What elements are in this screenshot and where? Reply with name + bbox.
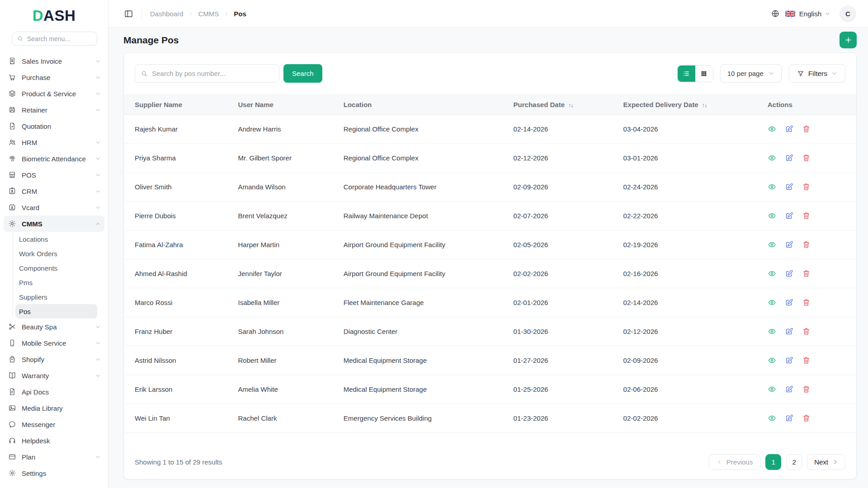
sidebar-subitem-pos[interactable]: Pos [15, 304, 97, 319]
per-page-select[interactable]: 10 per page [720, 64, 782, 83]
grid-view-button[interactable] [695, 66, 713, 82]
edit-button[interactable] [785, 240, 793, 249]
add-pos-button[interactable] [840, 32, 857, 48]
sidebar-item-product-service[interactable]: Product & Service [0, 85, 108, 102]
sidebar-item-messenger[interactable]: Messenger [0, 416, 108, 432]
chevron-down-icon[interactable] [825, 11, 830, 17]
cell-expected-delivery-date: 02-09-2026 [616, 346, 760, 375]
sidebar-menu: Sales InvoicePurchaseProduct & ServiceRe… [0, 53, 108, 488]
delete-button[interactable] [802, 125, 811, 133]
sidebar-item-shopify[interactable]: Shopify [0, 351, 108, 367]
delete-button[interactable] [802, 154, 811, 162]
sidebar-item-retainer[interactable]: Retainer [0, 102, 108, 118]
view-button[interactable] [768, 356, 776, 365]
delete-button[interactable] [802, 327, 811, 336]
view-button[interactable] [768, 327, 776, 336]
column-header-purchased-date[interactable]: Purchased Date↑↓ [506, 95, 616, 115]
view-button[interactable] [768, 298, 776, 307]
globe-icon[interactable] [771, 9, 780, 18]
next-page-button[interactable]: Next [807, 454, 845, 470]
filters-button[interactable]: Filters [789, 64, 845, 83]
sidebar-item-api-docs[interactable]: Api Docs [0, 384, 108, 400]
column-header-expected-delivery-date[interactable]: Expected Delivery Date↑↓ [616, 95, 760, 115]
sidebar-subitem-pms[interactable]: Pms [0, 275, 108, 290]
page-button-1[interactable]: 1 [765, 454, 781, 470]
sidebar-item-quotation[interactable]: Quotation [0, 118, 108, 134]
sort-icon[interactable]: ↑↓ [702, 102, 707, 108]
pos-search-input[interactable] [152, 70, 274, 77]
delete-button[interactable] [802, 269, 811, 278]
page-button-2[interactable]: 2 [786, 454, 802, 470]
delete-button[interactable] [802, 240, 811, 249]
sort-icon[interactable]: ↑↓ [568, 102, 573, 108]
sidebar-subitem-suppliers[interactable]: Suppliers [0, 290, 108, 304]
edit-button[interactable] [785, 298, 793, 307]
edit-button[interactable] [785, 356, 793, 365]
sidebar-item-helpdesk[interactable]: Helpdesk [0, 432, 108, 449]
delete-button[interactable] [802, 356, 811, 365]
delete-button[interactable] [802, 385, 811, 394]
row-actions [768, 298, 849, 307]
sidebar-subitem-components[interactable]: Components [0, 261, 108, 275]
previous-page-button[interactable]: Previous [709, 454, 760, 470]
delete-button[interactable] [802, 183, 811, 191]
view-button[interactable] [768, 269, 776, 278]
sidebar-item-label: Api Docs [22, 388, 108, 396]
cell-supplier-name: Priya Sharma [124, 144, 231, 173]
view-button[interactable] [768, 183, 776, 191]
sidebar-item-hrm[interactable]: HRM [0, 134, 108, 150]
uk-flag-icon[interactable] [785, 10, 795, 17]
breadcrumb-item-dashboard[interactable]: Dashboard [150, 10, 183, 18]
sidebar-item-beauty-spa[interactable]: Beauty Spa [0, 319, 108, 335]
language-selector[interactable]: English [799, 10, 821, 18]
edit-button[interactable] [785, 385, 793, 394]
edit-button[interactable] [785, 125, 793, 133]
delete-button[interactable] [802, 298, 811, 307]
breadcrumb-item-cmms[interactable]: CMMS [198, 10, 219, 18]
edit-button[interactable] [785, 327, 793, 336]
edit-button[interactable] [785, 211, 793, 220]
delete-button[interactable] [802, 211, 811, 220]
sidebar-item-warranty[interactable]: Warranty [0, 367, 108, 384]
chevron-down-icon [95, 340, 101, 346]
list-view-button[interactable] [678, 66, 695, 82]
sidebar-item-mobile-service[interactable]: Mobile Service [0, 335, 108, 351]
chevron-down-icon [95, 156, 101, 162]
sidebar-item-cmms[interactable]: CMMS [4, 216, 104, 232]
sidebar-item-biometric-attendance[interactable]: Biometric Attendance [0, 150, 108, 167]
sidebar-item-sales-invoice[interactable]: Sales Invoice [0, 53, 108, 69]
cell-location: Regional Office Complex [336, 144, 506, 173]
view-button[interactable] [768, 240, 776, 249]
view-button[interactable] [768, 154, 776, 162]
view-button[interactable] [768, 125, 776, 133]
column-header-label: Actions [768, 101, 793, 108]
app-logo[interactable]: DASH [0, 7, 108, 24]
sidebar-item-media-library[interactable]: Media Library [0, 400, 108, 416]
avatar[interactable]: C [840, 5, 856, 22]
edit-button[interactable] [785, 269, 793, 278]
sidebar-search-input[interactable] [27, 35, 92, 42]
sidebar-toggle-icon[interactable] [124, 9, 133, 19]
row-actions [768, 414, 849, 422]
sidebar-item-purchase[interactable]: Purchase [0, 69, 108, 85]
chevron-down-icon [95, 454, 101, 460]
sidebar-item-vcard[interactable]: Vcard [0, 199, 108, 216]
delete-button[interactable] [802, 414, 811, 422]
edit-button[interactable] [785, 183, 793, 191]
sidebar-subitem-work-orders[interactable]: Work Orders [0, 246, 108, 261]
table-body: Rajesh KumarAndrew HarrisRegional Office… [124, 115, 856, 433]
view-button[interactable] [768, 385, 776, 394]
view-button[interactable] [768, 414, 776, 422]
edit-button[interactable] [785, 414, 793, 422]
sidebar-item-label: Shopify [22, 356, 90, 363]
sidebar-item-settings[interactable]: Settings [0, 465, 108, 481]
sidebar-subitem-locations[interactable]: Locations [0, 232, 108, 246]
table-row: Pierre DuboisBrent VelazquezRailway Main… [124, 202, 856, 230]
sidebar-item-crm[interactable]: CRM [0, 183, 108, 199]
column-header-location: Location [336, 95, 506, 115]
edit-button[interactable] [785, 154, 793, 162]
sidebar-item-plan[interactable]: Plan [0, 449, 108, 465]
search-button[interactable]: Search [283, 64, 322, 83]
view-button[interactable] [768, 211, 776, 220]
sidebar-item-pos[interactable]: POS [0, 167, 108, 183]
